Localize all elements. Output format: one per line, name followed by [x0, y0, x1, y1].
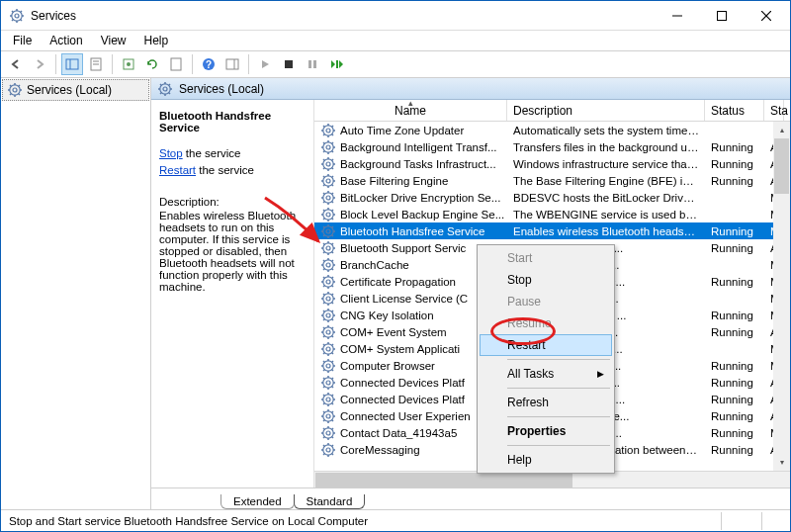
- ctx-all-tasks[interactable]: All Tasks▶: [480, 363, 612, 385]
- separator: [507, 416, 610, 417]
- service-icon: [320, 274, 336, 290]
- service-row[interactable]: Block Level Backup Engine Se...The WBENG…: [314, 206, 790, 222]
- column-headers: ▴Name Description Status Sta: [314, 100, 790, 122]
- service-row[interactable]: Background Intelligent Transf...Transfer…: [314, 138, 790, 155]
- separator: [192, 54, 193, 74]
- svg-rect-21: [171, 58, 181, 70]
- service-status: Running: [705, 225, 764, 237]
- tree-pane[interactable]: Services (Local): [1, 78, 151, 509]
- menu-help[interactable]: Help: [136, 32, 177, 49]
- scroll-thumb[interactable]: [774, 138, 789, 194]
- service-row[interactable]: Auto Time Zone UpdaterAutomatically sets…: [314, 122, 790, 138]
- service-name: Client License Service (C: [340, 293, 468, 305]
- service-row[interactable]: Background Tasks Infrastruct...Windows i…: [314, 155, 790, 172]
- export-button[interactable]: [118, 53, 139, 75]
- service-icon: [320, 392, 336, 407]
- service-status: Running: [705, 427, 764, 439]
- stop-service-button[interactable]: [278, 53, 300, 75]
- col-name[interactable]: ▴Name: [314, 100, 507, 121]
- service-status: Running: [705, 175, 764, 187]
- service-name: Contact Data_41943a5: [340, 427, 457, 439]
- service-row[interactable]: BitLocker Drive Encryption Se...BDESVC h…: [314, 189, 790, 206]
- service-icon: [320, 257, 336, 273]
- service-description: Windows infrastructure service that con.…: [507, 158, 705, 170]
- service-row[interactable]: Base Filtering EngineThe Base Filtering …: [314, 172, 790, 189]
- statusbar: Stop and Start service Bluetooth Handsfr…: [1, 509, 790, 531]
- service-name: Base Filtering Engine: [340, 175, 448, 187]
- service-icon: [320, 139, 336, 155]
- col-status[interactable]: Status: [705, 100, 764, 121]
- close-button[interactable]: [744, 1, 788, 30]
- scroll-thumb[interactable]: [315, 473, 572, 488]
- submenu-arrow-icon: ▶: [597, 369, 604, 379]
- service-name: Block Level Backup Engine Se...: [340, 209, 504, 221]
- menu-view[interactable]: View: [93, 32, 134, 49]
- service-description: Automatically sets the system time zone.: [507, 125, 705, 136]
- maximize-button[interactable]: [699, 1, 744, 30]
- svg-rect-14: [66, 59, 78, 69]
- svg-rect-27: [308, 60, 311, 68]
- list-header-label: Services (Local): [179, 82, 264, 96]
- service-name: CoreMessaging: [340, 444, 420, 456]
- status-text: Stop and Start service Bluetooth Handsfr…: [9, 515, 368, 527]
- service-status: Running: [705, 394, 764, 405]
- separator: [55, 54, 56, 74]
- ctx-restart[interactable]: Restart: [480, 334, 612, 356]
- help-button[interactable]: ?: [198, 53, 220, 75]
- ctx-help[interactable]: Help: [480, 449, 612, 471]
- description-label: Description:: [159, 196, 309, 208]
- service-icon: [320, 156, 336, 172]
- tab-standard[interactable]: Standard: [294, 494, 366, 509]
- restart-suffix: the service: [196, 164, 254, 176]
- service-name: BranchCache: [340, 259, 409, 271]
- service-icon: [320, 190, 336, 206]
- show-hide-tree-button[interactable]: [61, 53, 83, 75]
- context-menu: Start Stop Pause Resume Restart All Task…: [477, 244, 615, 474]
- refresh-button[interactable]: [141, 53, 163, 75]
- scroll-down-button[interactable]: ▾: [773, 454, 790, 471]
- ctx-start: Start: [480, 247, 612, 269]
- service-icon: [320, 408, 336, 424]
- service-icon: [320, 375, 336, 391]
- service-name: Connected Devices Platf: [340, 377, 465, 389]
- start-service-button[interactable]: [254, 53, 276, 75]
- vertical-scrollbar[interactable]: ▴ ▾: [773, 122, 790, 471]
- action-pane-button[interactable]: [221, 53, 243, 75]
- svg-text:?: ?: [206, 59, 212, 70]
- properties-button[interactable]: [85, 53, 107, 75]
- menu-file[interactable]: File: [5, 32, 40, 49]
- service-name: Auto Time Zone Updater: [340, 125, 464, 136]
- back-button[interactable]: [5, 53, 27, 75]
- ctx-refresh[interactable]: Refresh: [480, 392, 612, 413]
- props-button[interactable]: [165, 53, 187, 75]
- scroll-up-button[interactable]: ▴: [773, 122, 790, 138]
- service-row[interactable]: Bluetooth Handsfree ServiceEnables wirel…: [314, 222, 790, 239]
- restart-service-button[interactable]: [325, 53, 347, 75]
- separator: [507, 445, 610, 446]
- service-name: Connected User Experien: [340, 410, 471, 422]
- pause-service-button[interactable]: [302, 53, 323, 75]
- service-name: CNG Key Isolation: [340, 310, 434, 321]
- col-description[interactable]: Description: [507, 100, 705, 121]
- forward-button[interactable]: [29, 53, 50, 75]
- service-name: Bluetooth Handsfree Service: [340, 225, 484, 237]
- ctx-properties[interactable]: Properties: [480, 420, 612, 442]
- titlebar[interactable]: Services: [1, 1, 790, 31]
- service-name: Bluetooth Support Servic: [340, 242, 466, 254]
- tree-root-node[interactable]: Services (Local): [2, 79, 149, 101]
- service-icon: [320, 425, 336, 441]
- col-startup[interactable]: Sta: [764, 100, 784, 121]
- stop-link[interactable]: Stop: [159, 147, 183, 159]
- minimize-button[interactable]: [655, 1, 699, 30]
- service-icon: [320, 324, 336, 340]
- service-icon: [320, 291, 336, 307]
- menu-action[interactable]: Action: [42, 32, 90, 49]
- ctx-stop[interactable]: Stop: [480, 269, 612, 291]
- restart-link[interactable]: Restart: [159, 164, 196, 176]
- service-icon: [320, 442, 336, 458]
- service-status: Running: [705, 410, 764, 422]
- detail-pane: Bluetooth Handsfree Service Stop the ser…: [151, 100, 314, 488]
- tab-extended[interactable]: Extended: [220, 494, 295, 509]
- svg-rect-26: [285, 60, 293, 68]
- separator: [507, 388, 610, 389]
